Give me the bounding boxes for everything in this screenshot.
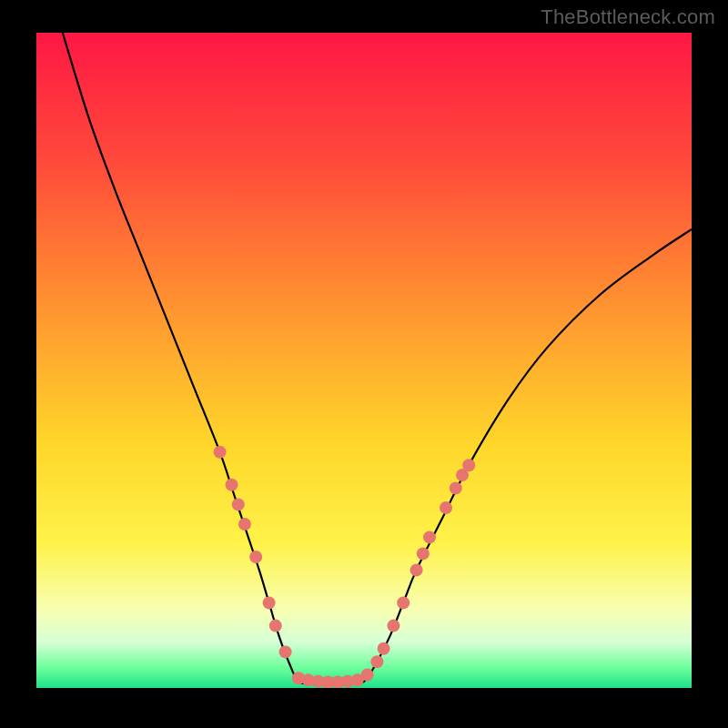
highlight-dot: [440, 501, 452, 514]
highlight-dot: [417, 547, 430, 560]
plot-frame: [36, 33, 692, 688]
highlight-dot: [378, 642, 390, 655]
highlight-dot: [263, 596, 276, 609]
plot-area: [36, 33, 692, 688]
highlight-dot: [232, 498, 245, 511]
highlight-dot: [397, 596, 410, 609]
chart-root: TheBottleneck.com: [0, 0, 728, 728]
highlight-dot: [249, 551, 262, 563]
highlight-dot: [238, 518, 251, 531]
highlight-dot: [370, 655, 383, 668]
highlight-dot: [387, 620, 399, 632]
marker-layer: [36, 33, 692, 688]
highlight-dot: [462, 459, 475, 471]
highlight-dot: [450, 481, 462, 494]
highlight-dot: [410, 563, 423, 576]
highlight-dot: [423, 531, 436, 543]
highlight-dot: [361, 669, 374, 682]
highlight-dot: [214, 446, 227, 459]
highlight-dot: [279, 645, 292, 658]
highlight-dot: [226, 479, 238, 491]
highlight-dot: [269, 620, 282, 632]
watermark-text: TheBottleneck.com: [541, 5, 715, 29]
